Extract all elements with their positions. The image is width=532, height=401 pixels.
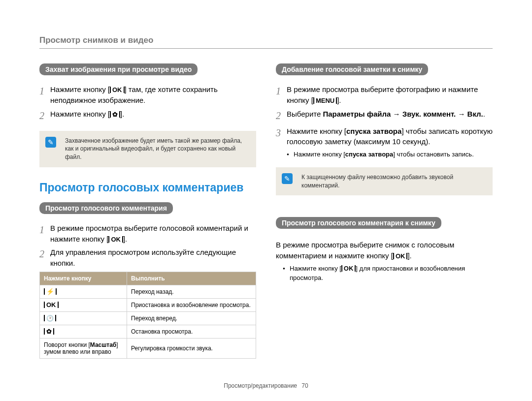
- subheading-playback: Просмотр голосового комментария: [39, 202, 173, 214]
- step-text: Нажмите кнопку [].: [50, 109, 256, 123]
- bullet-text: Нажмите кнопку [OK] для приостановки и в…: [290, 264, 493, 283]
- table-row: Остановка просмотра.: [40, 325, 256, 338]
- text: ].: [337, 96, 341, 104]
- text: Нажмите кнопку [: [290, 265, 341, 272]
- ok-icon: OK: [44, 302, 59, 308]
- bullet-text: Нажмите кнопку [спуска затвора] чтобы ос…: [294, 150, 474, 159]
- step-number: 2: [276, 109, 287, 123]
- col-button: Нажмите кнопку: [40, 272, 127, 285]
- ok-icon: OK: [110, 87, 125, 93]
- note-icon: ✎: [282, 173, 293, 184]
- page-footer: Просмотр/редактирование 70: [0, 382, 532, 389]
- step-text: Нажмите кнопку [спуска затвора] чтобы за…: [287, 126, 493, 148]
- bullet-item: Нажмите кнопку [спуска затвора] чтобы ос…: [287, 150, 493, 159]
- text: Нажмите кнопку [: [287, 127, 346, 135]
- menu-path: Параметры файла → Звук. коммент. → Вкл.: [323, 110, 483, 118]
- columns: Захват изображения при просмотре видео 1…: [39, 63, 493, 359]
- note-text: К защищенному файлу невозможно добавить …: [301, 174, 453, 189]
- shutter-label: спуска затвора: [345, 151, 393, 158]
- cell-action: Приостановка и возобновление просмотра.: [127, 298, 256, 311]
- zoom-label: Масштаб: [90, 341, 116, 348]
- step-text: Выберите Параметры файла → Звук. коммент…: [287, 109, 493, 123]
- spacer: [276, 203, 493, 217]
- table-row: Переход вперед.: [40, 311, 256, 325]
- subheading-add-memo: Добавление голосовой заметки к снимку: [276, 63, 428, 75]
- cell-button: [40, 311, 127, 325]
- note-icon: ✎: [45, 137, 56, 148]
- text: В режиме просмотра выберите голосовой ко…: [50, 224, 248, 243]
- text: .: [483, 110, 485, 118]
- right-step-1: 1 В режиме просмотра выберите фотографию…: [276, 84, 493, 106]
- right2-text: В режиме просмотра выберите снимок с гол…: [276, 240, 493, 261]
- text: ].: [120, 110, 124, 118]
- table-row: Переход назад.: [40, 285, 256, 298]
- page-number: 70: [301, 382, 308, 389]
- left2-step-1: 1 В режиме просмотра выберите голосовой …: [39, 223, 256, 245]
- text: ] чтобы остановить запись.: [393, 151, 474, 158]
- menu-icon: MENU: [313, 97, 337, 104]
- flash-icon: [44, 288, 57, 295]
- section-title: Просмотр голосовых комментариев: [39, 181, 256, 194]
- cell-action: Переход назад.: [127, 285, 256, 298]
- step-text: В режиме просмотра выберите фотографию и…: [287, 84, 493, 106]
- footer-label: Просмотр/редактирование: [224, 382, 297, 389]
- note-box: ✎ Захваченное изображение будет иметь та…: [39, 131, 256, 167]
- bullet-icon: [287, 150, 294, 159]
- cell-action: Переход вперед.: [127, 311, 256, 325]
- step-text: Нажмите кнопку [OK] там, где хотите сохр…: [50, 84, 256, 106]
- table-row: OK Приостановка и возобновление просмотр…: [40, 298, 256, 311]
- col-action: Выполнить: [127, 272, 256, 285]
- cell-button: [40, 325, 127, 338]
- bullet-icon: [283, 264, 290, 283]
- right-step-3: 3 Нажмите кнопку [спуска затвора] чтобы …: [276, 126, 493, 148]
- subheading-capture: Захват изображения при просмотре видео: [39, 63, 198, 75]
- ok-icon: OK: [341, 265, 356, 272]
- table-header-row: Нажмите кнопку Выполнить: [40, 272, 256, 285]
- text: ].: [407, 251, 411, 260]
- macro-icon: [110, 111, 120, 118]
- ok-icon: OK: [108, 236, 123, 243]
- cell-action: Остановка просмотра.: [127, 325, 256, 338]
- step-number: 1: [39, 84, 50, 106]
- left-column: Захват изображения при просмотре видео 1…: [39, 63, 256, 359]
- right-column: Добавление голосовой заметки к снимку 1 …: [276, 63, 493, 359]
- text: Выберите: [287, 110, 323, 118]
- step-number: 3: [276, 126, 287, 148]
- cell-button: OK: [40, 298, 127, 311]
- text: Нажмите кнопку [: [50, 85, 110, 93]
- step-number: 2: [39, 109, 50, 123]
- subheading-play-memo: Просмотр голосового комментария к снимку: [276, 217, 441, 229]
- cell-action: Регулировка громкости звука.: [127, 338, 256, 358]
- step-text: Для управления просмотром используйте сл…: [50, 247, 256, 269]
- step-number: 1: [39, 223, 50, 245]
- page-header: Просмотр снимков и видео: [39, 35, 493, 49]
- left-step-1: 1 Нажмите кнопку [OK] там, где хотите со…: [39, 84, 256, 106]
- shutter-label: спуска затвора: [346, 127, 401, 135]
- text: В режиме просмотра выберите снимок с гол…: [276, 241, 454, 260]
- step-text: В режиме просмотра выберите снимок с гол…: [276, 240, 493, 261]
- left-step-2: 2 Нажмите кнопку [].: [39, 109, 256, 123]
- note-box: ✎ К защищенному файлу невозможно добавит…: [276, 167, 493, 196]
- note-text: Захваченное изображение будет иметь тако…: [65, 137, 242, 161]
- table-row: Поворот кнопки [Масштаб] зумом влево или…: [40, 338, 256, 358]
- text: Поворот кнопки [: [44, 341, 90, 348]
- cell-button: [40, 285, 127, 298]
- step-number: 2: [39, 247, 50, 269]
- step-number: 1: [276, 84, 287, 106]
- macro-icon: [44, 328, 54, 335]
- left2-step-2: 2 Для управления просмотром используйте …: [39, 247, 256, 269]
- cell-button: Поворот кнопки [Масштаб] зумом влево или…: [40, 338, 127, 358]
- text: Нажмите кнопку [: [294, 151, 345, 158]
- step-text: В режиме просмотра выберите голосовой ко…: [50, 223, 256, 245]
- text: Нажмите кнопку [: [50, 110, 110, 118]
- bullet-item: Нажмите кнопку [OK] для приостановки и в…: [283, 264, 493, 283]
- right-step-2: 2 Выберите Параметры файла → Звук. комме…: [276, 109, 493, 123]
- page: Просмотр снимков и видео Захват изображе…: [0, 0, 532, 401]
- timer-icon: [44, 315, 56, 321]
- text: ].: [123, 235, 127, 243]
- ok-icon: OK: [393, 253, 408, 259]
- controls-table: Нажмите кнопку Выполнить Переход назад. …: [39, 272, 256, 359]
